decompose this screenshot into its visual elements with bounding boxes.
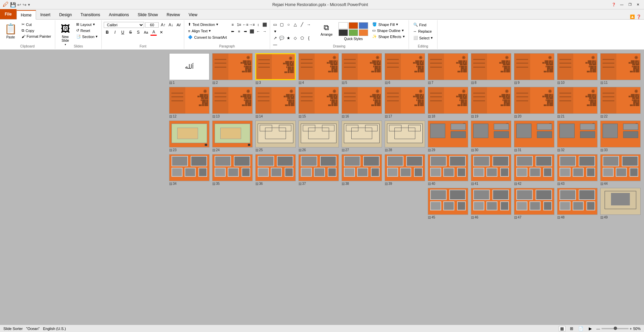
shape-fill-button[interactable]: 🪣 Shape Fill ▾ — [371, 22, 406, 27]
slideshow-view-button[interactable]: ▶ — [587, 326, 594, 331]
font-size-input[interactable] — [145, 22, 159, 28]
align-text-button[interactable]: ≡ Align Text ▾ — [186, 28, 213, 34]
char-spacing-button[interactable]: AV — [175, 22, 182, 28]
clear-format-button[interactable]: ✕ — [158, 29, 165, 36]
qs-style-5[interactable] — [349, 29, 358, 36]
slide-thumbnail[interactable]: ❋ ████ ███ ███ ████ ██ █████ █████ ████ … — [298, 53, 339, 80]
bullets-button[interactable]: ≡ — [230, 22, 236, 28]
slide-thumbnail[interactable] — [169, 154, 210, 181]
rounded-rect-shape[interactable]: ▢ — [279, 22, 285, 28]
line-spacing-button[interactable]: ↕ — [255, 22, 261, 28]
slide-thumbnail[interactable]: ❋ ████ ███ ███ ████ ██ █████ █████ ████ … — [557, 87, 598, 114]
slide-thumbnail[interactable]: ❋ ████ ███ ███ ████ ██ █████ █████ ████ … — [212, 87, 253, 114]
slide-thumbnail[interactable]: ❋ ████ ███ ███ ████ ██ █████ █████ ████ … — [298, 87, 339, 114]
slide-thumbnail[interactable] — [298, 121, 339, 147]
slide-thumbnail[interactable] — [514, 188, 554, 215]
oval-shape[interactable]: ○ — [286, 22, 292, 28]
decrease-indent-button[interactable]: ←≡ — [243, 22, 249, 28]
slide-thumbnail[interactable]: ❋ — [514, 121, 554, 147]
zoom-in-button[interactable]: + — [630, 327, 632, 331]
slide-sorter-panel[interactable]: ❋ ████ ███ ███ ████ ██ █████ █████ ████ … — [0, 50, 644, 325]
redo-icon[interactable]: ↪ — [23, 2, 27, 7]
paste-button[interactable]: 📋 Paste — [2, 22, 19, 40]
shape-effects-button[interactable]: ✨ Shape Effects ▾ — [371, 34, 406, 39]
text-direction-button[interactable]: ⬆ Text Direction ▾ — [186, 22, 220, 27]
cut-button[interactable]: ✂ Cut — [20, 22, 53, 27]
replace-button[interactable]: ↔ Replace — [411, 28, 436, 34]
format-painter-button[interactable]: 🖌 Format Painter — [20, 34, 53, 39]
close-button[interactable]: ✕ — [635, 1, 641, 8]
strikethrough-button[interactable]: S — [127, 29, 134, 36]
slide-thumbnail[interactable]: ❋ ████ ███ ███ ████ ██ █████ █████ ████ … — [385, 53, 425, 80]
undo-icon[interactable]: ↩ — [17, 2, 21, 7]
slide-thumbnail[interactable] — [557, 188, 598, 215]
slide-thumbnail[interactable]: ❋ ████ ███ ███ ████ ██ █████ █████ ████ … — [514, 87, 554, 114]
align-center-button[interactable]: ≡ — [236, 28, 242, 34]
diamond-shape[interactable]: ◇ — [292, 35, 298, 41]
star-shape[interactable]: ★ — [286, 35, 292, 41]
tab-insert[interactable]: Insert — [36, 10, 55, 19]
numbering-button[interactable]: 1≡ — [236, 22, 242, 28]
slide-thumbnail[interactable] — [342, 121, 382, 147]
slide-thumbnail[interactable]: ❋ ████ ███ ███ ████ ██ █████ █████ ████ … — [212, 53, 253, 80]
slide-thumbnail[interactable]: ❋ ████ ███ ███ ████ ██ █████ █████ ████ … — [428, 53, 468, 80]
font-color-button[interactable]: A — [150, 29, 157, 36]
columns-button[interactable]: ⬛ — [262, 22, 268, 28]
slide-thumbnail[interactable] — [600, 154, 641, 181]
ltr-button[interactable]: → — [262, 28, 268, 34]
align-right-button[interactable]: ➡ — [243, 28, 249, 34]
slide-thumbnail[interactable]: ❋ ████ ███ ███ ████ ██ █████ █████ ████ … — [342, 87, 382, 114]
slide-thumbnail[interactable] — [557, 154, 598, 181]
qs-style-4[interactable] — [339, 29, 348, 36]
layout-button[interactable]: ⊞ Layout ▾ — [74, 22, 100, 27]
tab-transitions[interactable]: Transitions — [76, 10, 104, 19]
slide-thumbnail[interactable] — [212, 154, 253, 181]
slide-thumbnail[interactable]: ❋ ████ ███ ███ ████ ██ █████ █████ ████ … — [169, 87, 210, 114]
qs-style-6[interactable] — [359, 29, 368, 36]
slide-thumbnail[interactable]: ❋ — [600, 121, 641, 147]
tab-file[interactable]: File — [0, 9, 17, 19]
minimize-button[interactable]: — — [618, 1, 625, 8]
justify-button[interactable]: ⬛ — [249, 28, 255, 34]
slide-thumbnail[interactable]: ██ — [169, 121, 210, 147]
reset-button[interactable]: ↺ Reset — [74, 28, 100, 33]
slide-thumbnail[interactable]: ██ — [212, 121, 253, 147]
pentagon-shape[interactable]: ⬠ — [299, 35, 305, 41]
slide-thumbnail[interactable]: ❋ ████ ███ ███ ████ ██ █████ █████ ████ … — [471, 53, 511, 80]
sorter-view-button[interactable]: ⊞ — [568, 326, 575, 331]
rectangle-shape[interactable]: ▭ — [272, 22, 278, 28]
tab-view[interactable]: View — [184, 10, 202, 19]
shadow-button[interactable]: S — [135, 29, 141, 36]
slide-thumbnail[interactable] — [298, 154, 339, 181]
shape-outline-button[interactable]: ▭ Shape Outline ▾ — [371, 28, 406, 33]
help-button[interactable]: ❓ — [610, 1, 617, 8]
slide-thumbnail[interactable]: ❋ ████ ███ ███ ████ ██ █████ █████ ████ … — [428, 87, 468, 114]
slide-thumbnail[interactable] — [385, 121, 425, 147]
slide-thumbnail[interactable] — [428, 188, 468, 215]
zoom-slider[interactable] — [602, 328, 629, 329]
new-slide-button[interactable]: 🖼 New Slide ▾ — [57, 22, 73, 48]
slide-thumbnail[interactable]: ❋ ████ ███ ███ ████ ██ █████ █████ ████ … — [557, 53, 598, 80]
slide-thumbnail[interactable]: ❋ — [428, 121, 468, 147]
slide-thumbnail[interactable]: ❋ ████ ███ ███ ████ ██ █████ █████ ████ … — [600, 87, 641, 114]
find-button[interactable]: 🔍 Find — [411, 22, 436, 28]
increase-indent-button[interactable]: →≡ — [249, 22, 255, 28]
slide-thumbnail[interactable]: ❋ ████ ███ ███ ████ ██ █████ █████ ████ … — [255, 53, 296, 80]
arrange-button[interactable]: ⧉ Arrange — [319, 22, 334, 37]
tab-design[interactable]: Design — [55, 10, 76, 19]
rtl-button[interactable]: ← — [255, 28, 261, 34]
select-button[interactable]: ⬜ Select ▾ — [411, 35, 436, 41]
slide-sorter-label[interactable]: Slide Sorter — [3, 327, 23, 331]
slide-thumbnail[interactable]: ❋ ████ ███ ███ ████ ██ █████ █████ ████ … — [471, 87, 511, 114]
qs-style-2[interactable] — [349, 22, 358, 29]
slide-thumbnail[interactable]: ❋ — [471, 121, 511, 147]
slide-thumbnail[interactable] — [342, 154, 382, 181]
slide-thumbnail[interactable] — [255, 154, 296, 181]
underline-button[interactable]: U — [119, 29, 126, 36]
slide-thumbnail[interactable] — [255, 121, 296, 147]
increase-font-button[interactable]: A↑ — [160, 22, 166, 28]
more-shapes[interactable]: ▾ — [272, 28, 278, 34]
reading-view-button[interactable]: 📄 — [578, 326, 584, 331]
tab-home[interactable]: Home — [17, 10, 36, 20]
ribbon-minimize-icon[interactable]: 🔼 — [630, 14, 635, 19]
